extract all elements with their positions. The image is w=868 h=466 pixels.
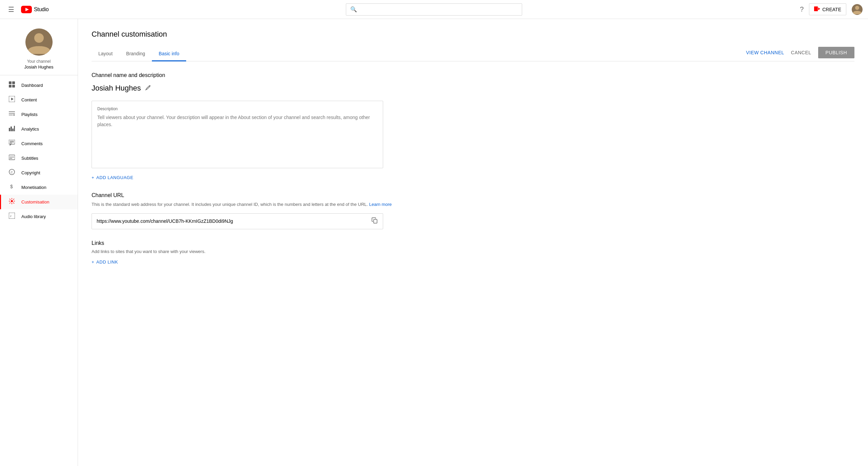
publish-button[interactable]: PUBLISH xyxy=(818,47,854,58)
links-section: Links Add links to sites that you want t… xyxy=(92,240,854,265)
sidebar-item-content[interactable]: Content xyxy=(0,93,78,107)
links-description: Add links to sites that you want to shar… xyxy=(92,249,854,254)
sidebar-label-subtitles: Subtitles xyxy=(21,156,38,161)
create-button[interactable]: CREATE xyxy=(809,3,846,15)
description-textarea[interactable] xyxy=(97,114,377,161)
learn-more-link[interactable]: Learn more xyxy=(369,202,392,207)
copy-url-icon[interactable] xyxy=(371,217,378,226)
svg-rect-2 xyxy=(814,6,818,11)
studio-label: Studio xyxy=(34,6,49,13)
description-label: Description xyxy=(97,106,377,111)
description-field: Description xyxy=(92,101,383,168)
page-title: Channel customisation xyxy=(92,30,854,39)
add-language-plus-icon: + xyxy=(92,175,94,180)
sidebar-item-monetisation[interactable]: $ Monetisation xyxy=(0,180,78,195)
sidebar-item-copyright[interactable]: C Copyright xyxy=(0,166,78,180)
sidebar-item-audio-library[interactable]: ♪ Audio library xyxy=(0,209,78,224)
header-search: 🔍 xyxy=(80,3,788,16)
svg-rect-9 xyxy=(12,81,15,84)
svg-text:C: C xyxy=(11,171,13,174)
svg-text:$: $ xyxy=(10,184,13,189)
svg-point-7 xyxy=(34,33,44,43)
svg-line-39 xyxy=(13,199,14,200)
channel-info: Your channel Josiah Hughes xyxy=(0,22,78,75)
svg-marker-3 xyxy=(818,7,820,10)
svg-rect-18 xyxy=(9,128,10,131)
url-section: Channel URL This is the standard web add… xyxy=(92,192,854,229)
sidebar-item-dashboard[interactable]: Dashboard xyxy=(0,78,78,93)
sidebar-item-customisation[interactable]: Customisation xyxy=(0,195,78,209)
playlists-icon xyxy=(8,111,16,118)
add-link-label: ADD LINK xyxy=(96,259,118,265)
channel-url-text: https://www.youtube.com/channel/UCB7h-KK… xyxy=(97,218,371,224)
avatar[interactable] xyxy=(852,4,863,15)
customisation-icon xyxy=(8,198,16,206)
url-description: This is the standard web address for you… xyxy=(92,201,854,208)
search-input[interactable] xyxy=(360,7,518,12)
main-content: Channel customisation Layout Branding Ba… xyxy=(78,19,868,466)
comments-icon xyxy=(8,140,16,148)
tabs-left: Layout Branding Basic info xyxy=(92,47,746,61)
tab-basic-info[interactable]: Basic info xyxy=(152,47,186,61)
channel-name-row: Josiah Hughes xyxy=(92,84,854,93)
header-right: ? CREATE xyxy=(788,3,863,15)
create-label: CREATE xyxy=(822,7,841,12)
sidebar: Your channel Josiah Hughes Dashboard xyxy=(0,19,78,466)
add-language-label: ADD LANGUAGE xyxy=(96,175,133,180)
sidebar-label-analytics: Analytics xyxy=(21,127,39,132)
header-left: ☰ Studio xyxy=(5,3,80,16)
svg-rect-10 xyxy=(9,85,12,88)
search-icon: 🔍 xyxy=(350,6,357,13)
channel-avatar xyxy=(25,28,53,56)
youtube-logo xyxy=(21,6,32,13)
tab-branding[interactable]: Branding xyxy=(119,47,152,61)
analytics-icon xyxy=(8,125,16,133)
add-language-button[interactable]: + ADD LANGUAGE xyxy=(92,175,854,180)
copyright-icon: C xyxy=(8,169,16,177)
sidebar-label-playlists: Playlists xyxy=(21,112,38,117)
view-channel-button[interactable]: VIEW CHANNEL xyxy=(746,50,784,55)
svg-point-32 xyxy=(11,200,13,202)
cancel-button[interactable]: CANCEL xyxy=(791,50,811,55)
help-icon[interactable]: ? xyxy=(800,5,804,13)
svg-rect-11 xyxy=(12,85,15,88)
svg-rect-20 xyxy=(12,129,14,131)
url-section-title: Channel URL xyxy=(92,192,854,198)
channel-name-section: Channel name and description Josiah Hugh… xyxy=(92,72,854,180)
sidebar-label-copyright: Copyright xyxy=(21,170,40,175)
tabs-row: Layout Branding Basic info VIEW CHANNEL … xyxy=(92,47,854,61)
svg-rect-26 xyxy=(9,155,15,160)
hamburger-icon[interactable]: ☰ xyxy=(5,3,17,16)
section-title-channel-name: Channel name and description xyxy=(92,72,854,78)
add-link-plus-icon: + xyxy=(92,259,94,265)
svg-text:♪: ♪ xyxy=(10,214,12,218)
monetisation-icon: $ xyxy=(8,183,16,191)
create-video-icon xyxy=(814,6,820,13)
svg-point-5 xyxy=(855,6,859,10)
svg-rect-19 xyxy=(11,127,12,131)
sidebar-item-comments[interactable]: Comments xyxy=(0,136,78,151)
sidebar-label-comments: Comments xyxy=(21,141,43,146)
sidebar-label-audio-library: Audio library xyxy=(21,214,46,219)
dashboard-icon xyxy=(8,81,16,89)
audio-library-icon: ♪ xyxy=(8,213,16,220)
content-icon xyxy=(8,96,16,104)
search-bar: 🔍 xyxy=(346,3,522,16)
sidebar-item-playlists[interactable]: Playlists xyxy=(0,107,78,122)
sidebar-label-dashboard: Dashboard xyxy=(21,83,43,88)
tab-layout[interactable]: Layout xyxy=(92,47,119,61)
svg-rect-8 xyxy=(9,81,12,84)
svg-line-38 xyxy=(13,202,14,203)
svg-rect-21 xyxy=(14,126,15,131)
sidebar-item-subtitles[interactable]: Subtitles xyxy=(0,151,78,166)
channel-display-name: Josiah Hughes xyxy=(92,84,141,93)
svg-line-40 xyxy=(9,202,11,203)
sidebar-label-monetisation: Monetisation xyxy=(21,185,46,190)
sidebar-label-customisation: Customisation xyxy=(21,199,49,205)
svg-line-37 xyxy=(9,199,11,200)
sidebar-channel-name: Josiah Hughes xyxy=(24,64,54,70)
svg-marker-17 xyxy=(14,114,15,116)
edit-channel-name-icon[interactable] xyxy=(145,84,151,92)
add-link-button[interactable]: + ADD LINK xyxy=(92,259,854,265)
sidebar-item-analytics[interactable]: Analytics xyxy=(0,122,78,136)
